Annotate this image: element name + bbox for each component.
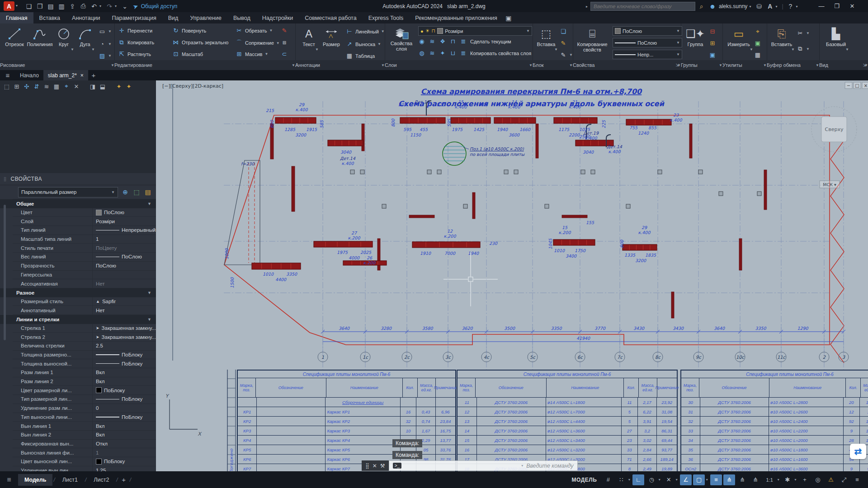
minimize-button[interactable]: — (814, 0, 829, 12)
circle-button[interactable]: Круг▼ (53, 26, 74, 52)
tab-вставка[interactable]: Вставка (33, 12, 66, 23)
line-button[interactable]: Отрезок (3, 26, 26, 47)
layer-sun-icon[interactable]: ☀ (425, 28, 430, 34)
tool-order-icon[interactable]: ⇵ (32, 82, 42, 91)
paste-button[interactable]: ⎘Вставить▼ (769, 26, 795, 52)
group-button[interactable]: ❑✦Группа (683, 26, 708, 47)
rectangle-button[interactable]: ▭▼ (99, 28, 112, 35)
tool-light-a-icon[interactable]: ✦ (114, 82, 124, 91)
layer-tool-b3-icon[interactable]: ⊔ (449, 50, 457, 56)
panel-title-groups[interactable]: Группы▼ (681, 60, 722, 70)
panel-title-edit[interactable]: Редактирование▼ (114, 60, 295, 70)
model-space-badge[interactable]: МОДЕЛЬ (572, 477, 597, 483)
undo-caret-icon[interactable]: ▾ (99, 4, 104, 8)
edit-5-button[interactable]: ⊡Масштаб (172, 51, 203, 57)
panel-title-utils[interactable]: Утилиты▼ (722, 60, 767, 70)
qat-customize-icon[interactable]: ⌄ (119, 1, 130, 11)
remote-support-icon[interactable]: ⇄ (850, 444, 866, 459)
hatch-button[interactable]: ▨▼ (99, 52, 112, 59)
help-icon[interactable]: ? (785, 1, 796, 11)
annotation-scale-value[interactable]: 1:1 (763, 474, 776, 485)
group-select-toggle[interactable]: ▣ (709, 52, 716, 58)
layer-tool-b1-icon[interactable]: ≋ (429, 50, 436, 56)
layer-tool-b2-icon[interactable]: ✦ (439, 50, 446, 56)
leader-button[interactable]: ↗Выноска▼ (346, 41, 381, 47)
toggle-pickadd-icon[interactable]: ⊕ (121, 188, 130, 197)
polar-icon[interactable]: ◷ (646, 474, 657, 485)
panel-launcher-icon[interactable]: ⇲ (863, 63, 866, 67)
tab-close-icon[interactable]: × (80, 72, 84, 79)
panel-title-view[interactable]: Вид▼⇲ (819, 60, 868, 70)
panel-title-annot[interactable]: Аннотации▼ (295, 60, 385, 70)
layer-on-icon[interactable]: ● (420, 28, 424, 34)
group-edit-button[interactable]: ⊞ (709, 40, 716, 47)
share-label[interactable]: Общий доступ (141, 3, 178, 9)
explode-button[interactable]: ⧈ (281, 39, 288, 46)
file-tabs-menu-icon[interactable]: ≡ (0, 71, 15, 79)
new-tab-button[interactable]: + (88, 71, 99, 79)
app-menu-caret-icon[interactable]: ▾ (16, 4, 20, 8)
tab-вывод[interactable]: Вывод (227, 12, 256, 23)
layer-select[interactable]: ●☀⊓Розміри▼ (418, 26, 532, 36)
redo-caret-icon[interactable]: ▾ (115, 4, 119, 8)
save-icon[interactable]: ▤ (45, 1, 56, 11)
crosshair-icon[interactable]: + (799, 474, 811, 485)
rebar-cage[interactable] (328, 140, 363, 146)
annotation-scale-value-caret-icon[interactable]: ▼ (777, 478, 780, 481)
layer-tool-a0-icon[interactable]: ◉ (418, 38, 425, 45)
edit-block-button[interactable]: ✎ (560, 40, 567, 47)
ortho-icon[interactable]: ∟ (632, 474, 644, 485)
edit-attributes-button[interactable]: ✎▼ (560, 52, 573, 58)
edit-8-button[interactable]: ⊞Массив▼ (236, 51, 268, 57)
a-menu-caret-icon[interactable]: ▾ (775, 5, 780, 9)
edit-7-button[interactable]: ⌒Сопряжение▼ (236, 39, 280, 47)
palette-scrollbar[interactable] (4, 205, 6, 340)
command-input[interactable]: >_▾Введите команду (389, 460, 578, 471)
rebar-cage[interactable] (400, 117, 445, 123)
layout-tab-лист1[interactable]: Лист1 (56, 474, 84, 486)
tab-аннотации[interactable]: Аннотации (66, 12, 106, 23)
help-caret-icon[interactable]: ▾ (796, 5, 801, 9)
fullscreen-icon[interactable]: ⤢ (838, 474, 850, 485)
ellipse-button[interactable]: ◔▼ (99, 41, 112, 47)
search-expand-icon[interactable]: ▸ (586, 5, 590, 9)
rebar-cage[interactable] (314, 241, 373, 247)
layer-lock-icon[interactable]: ⊓ (432, 28, 436, 34)
panel-title-clip[interactable]: Буфер обмена▼ (767, 60, 819, 70)
insert-block-button[interactable]: ⬚Вставка▼ (534, 26, 558, 52)
match-properties-button[interactable]: ⌸Копирование свойств (575, 26, 610, 52)
quick-select-icon[interactable]: ⬚ (132, 188, 141, 197)
edit-6-button[interactable]: ✂Обрезать▼ (236, 27, 273, 34)
section-collapse-icon[interactable]: ▼ (147, 202, 151, 206)
panel-title-props[interactable]: Свойства▼⇲ (573, 60, 681, 70)
tool-hatch-icon[interactable]: ▦ (52, 82, 61, 91)
prop-section-13[interactable]: Линии и стрелки▼ (0, 315, 156, 324)
osnap-caret-icon[interactable]: ▼ (705, 478, 708, 481)
edit-4-button[interactable]: ⋈Отразить зеркально (172, 39, 228, 46)
tool-move-icon[interactable]: ✣ (22, 82, 32, 91)
layout-menu-icon[interactable]: ≡ (0, 476, 18, 484)
rebar-cage[interactable] (623, 244, 657, 250)
panel-title-draw[interactable]: Рисование▼ (0, 60, 114, 70)
panel-title-layers[interactable]: Слои▼ (385, 60, 533, 70)
rebar-cage[interactable] (252, 263, 301, 269)
section-collapse-icon[interactable]: ▼ (147, 291, 151, 295)
otrack-icon[interactable]: ∠ (680, 474, 692, 485)
command-recent-caret-icon[interactable]: ▾ (521, 464, 523, 468)
autodesk-a-icon[interactable]: A (764, 1, 775, 11)
tab-главная[interactable]: Главная (0, 12, 33, 23)
settings-icon[interactable]: ✱ (782, 474, 793, 485)
command-tools-icon[interactable]: ⚒ (380, 463, 385, 469)
linetype-select[interactable]: Непр...▼ (613, 50, 682, 59)
lineweight-select[interactable]: ПоСлою▼ (613, 38, 682, 47)
select-window-button[interactable]: ▣ (754, 40, 761, 47)
snap-icon[interactable]: ∷ (615, 474, 627, 485)
pickbox[interactable] (468, 277, 473, 282)
file-tab--[interactable]: Начало (15, 70, 43, 80)
layer-tool-b0-icon[interactable]: ◍ (418, 50, 425, 56)
layer-properties-button[interactable]: Свойства слоя (387, 25, 415, 52)
autocad-logo-icon[interactable]: A (4, 1, 14, 11)
tool-view-icon[interactable]: ◨ (88, 82, 98, 91)
settings-caret-icon[interactable]: ▼ (794, 478, 797, 481)
tool-shade-icon[interactable]: ⬓ (98, 82, 108, 91)
